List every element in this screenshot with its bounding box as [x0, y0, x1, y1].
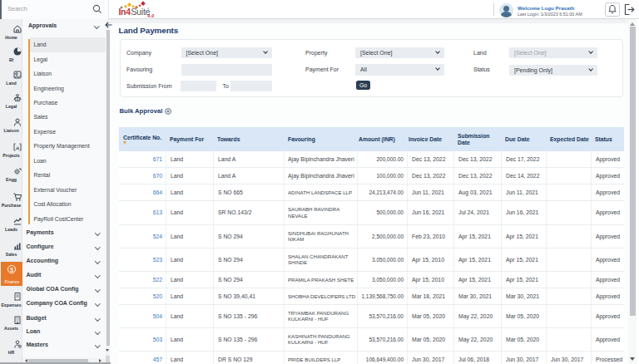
svg-text:$: $: [10, 266, 14, 273]
svg-text:4.0: 4.0: [146, 13, 154, 18]
svg-text:In4: In4: [118, 7, 131, 17]
svg-text:®: ®: [146, 7, 149, 11]
